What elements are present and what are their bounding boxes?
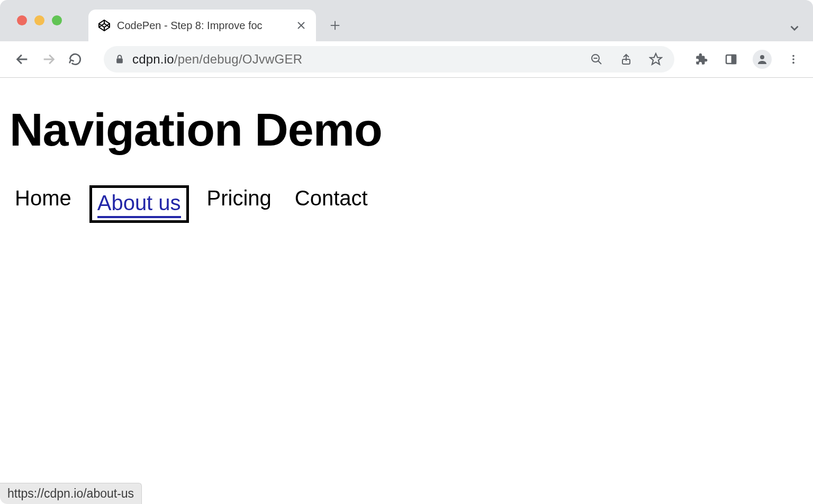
- tabs-dropdown-button[interactable]: [788, 21, 801, 35]
- svg-rect-17: [732, 55, 736, 64]
- svg-point-18: [760, 55, 764, 59]
- maximize-window-button[interactable]: [52, 15, 62, 25]
- codepen-icon: [98, 19, 111, 32]
- profile-avatar[interactable]: [753, 50, 772, 69]
- browser-tab[interactable]: CodePen - Step 8: Improve foc: [88, 10, 316, 41]
- nav-link-contact[interactable]: Contact: [290, 185, 373, 223]
- url-path: /pen/debug/OJvwGER: [174, 52, 302, 66]
- status-bar: https://cdpn.io/about-us: [0, 483, 142, 504]
- window-controls: [17, 15, 62, 25]
- svg-line-11: [598, 61, 601, 64]
- page-heading: Navigation Demo: [10, 104, 803, 156]
- share-icon[interactable]: [618, 51, 634, 67]
- url-host: cdpn.io: [132, 52, 174, 66]
- nav-link-label: Home: [15, 186, 71, 210]
- svg-point-20: [792, 58, 794, 60]
- kebab-menu-icon[interactable]: [785, 51, 801, 67]
- reload-button[interactable]: [65, 49, 86, 70]
- svg-point-19: [792, 55, 794, 57]
- extensions-icon[interactable]: [693, 51, 709, 67]
- svg-point-21: [792, 62, 794, 64]
- bookmark-star-icon[interactable]: [648, 51, 664, 67]
- close-window-button[interactable]: [17, 15, 27, 25]
- nav-link-pricing[interactable]: Pricing: [202, 185, 277, 223]
- nav-link-home[interactable]: Home: [10, 185, 77, 223]
- minimize-window-button[interactable]: [34, 15, 44, 25]
- close-tab-button[interactable]: [296, 20, 306, 31]
- svg-marker-14: [650, 53, 662, 65]
- browser-chrome: CodePen - Step 8: Improve foc: [0, 0, 813, 78]
- main-nav: Home About us Pricing Contact: [10, 185, 803, 223]
- nav-link-label: About us: [97, 191, 181, 218]
- svg-rect-9: [116, 58, 123, 63]
- back-button[interactable]: [12, 49, 33, 70]
- nav-link-label: Pricing: [207, 186, 272, 210]
- lock-icon: [114, 54, 125, 65]
- zoom-out-icon[interactable]: [589, 51, 604, 67]
- tab-strip: CodePen - Step 8: Improve foc: [0, 0, 813, 41]
- url-text: cdpn.io/pen/debug/OJvwGER: [132, 52, 302, 67]
- forward-button[interactable]: [38, 49, 59, 70]
- address-bar[interactable]: cdpn.io/pen/debug/OJvwGER: [104, 46, 674, 73]
- nav-link-label: Contact: [295, 186, 368, 210]
- sidepanel-icon[interactable]: [723, 51, 739, 67]
- nav-link-about-us[interactable]: About us: [89, 185, 189, 223]
- page-content: Navigation Demo Home About us Pricing Co…: [0, 78, 813, 223]
- toolbar: cdpn.io/pen/debug/OJvwGER: [0, 41, 813, 77]
- new-tab-button[interactable]: [322, 13, 348, 38]
- tab-title: CodePen - Step 8: Improve foc: [117, 20, 290, 32]
